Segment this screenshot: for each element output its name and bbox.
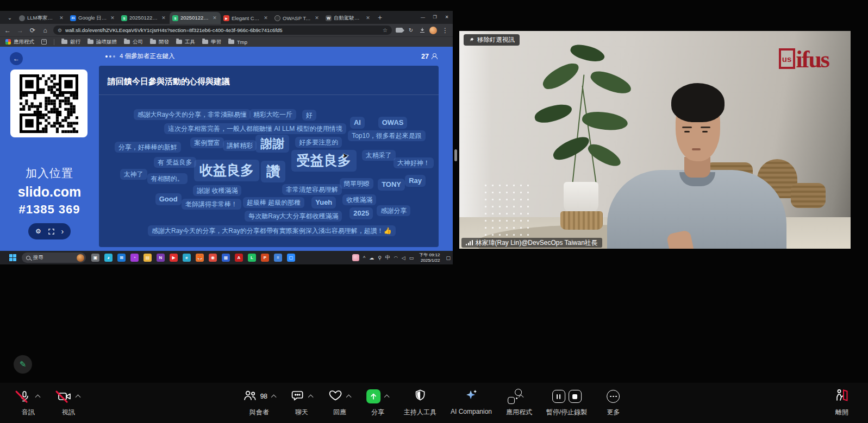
record-button[interactable]: 暫停/停止錄製 (546, 387, 587, 417)
chevron-up-icon[interactable] (519, 395, 524, 400)
audio-button[interactable]: 音訊 (16, 387, 40, 417)
battery-icon[interactable]: ▭ (409, 255, 414, 261)
more-button[interactable]: 更多 (601, 387, 625, 417)
bookmark-folder[interactable]: 論壇媒體 (88, 39, 117, 46)
youtube-music-taskbar-icon[interactable]: ▶ (170, 254, 178, 262)
hidden-icons-chevron[interactable]: ^ (363, 255, 365, 261)
address-bar[interactable]: ⚙ wall.sli.do/event/hZVKLEeqaV6VkY1cjsrH… (53, 26, 392, 35)
share-button[interactable]: 分享 (366, 387, 390, 417)
browser-tab[interactable]: OWASP Top 10 for L ✕ (272, 12, 323, 24)
leave-button[interactable]: 離開 (830, 387, 854, 417)
participants-button[interactable]: 98 與會者 (243, 387, 276, 417)
taskbar-clock[interactable]: 下午 09:12 2025/1/22 (419, 252, 440, 263)
annotation-pencil-button[interactable]: ✎ (14, 355, 32, 374)
home-icon[interactable]: ⌂ (41, 27, 49, 34)
powerpoint-taskbar-icon[interactable]: P (261, 254, 269, 262)
bookmark-folder[interactable]: Tmp (228, 39, 247, 46)
chevron-up-icon[interactable] (35, 395, 40, 400)
downloads-icon[interactable] (419, 27, 426, 34)
bookmark-folder[interactable]: 學習 (202, 39, 221, 46)
edge-taskbar-icon[interactable]: e (183, 254, 191, 262)
calendar-favicon-icon: 31 (70, 15, 76, 21)
fullscreen-icon[interactable] (48, 229, 54, 235)
forward-icon[interactable]: → (16, 27, 24, 34)
tab-close-icon[interactable]: ✕ (109, 15, 116, 21)
sync-icon[interactable]: ↻ (407, 27, 415, 33)
firefox-taskbar-icon[interactable]: 🦊 (196, 254, 204, 262)
wordcloud-chip: 大神好神！ (394, 157, 434, 168)
panel-resize-handle[interactable] (454, 149, 457, 161)
wordcloud-chip: 感謝大Ray今天的分享，大Ray的分享都帶有實際案例深入淺出容易理解，超讚！👍 (148, 225, 396, 236)
zoom-taskbar-icon[interactable]: ▢ (287, 254, 295, 262)
blue-app-taskbar-icon[interactable]: ▦ (222, 254, 230, 262)
start-button[interactable] (7, 252, 18, 264)
toolbar-label: 離開 (835, 408, 848, 417)
clipchamp-taskbar-icon[interactable]: ◔ (130, 254, 139, 262)
chevron-up-icon[interactable] (271, 395, 277, 400)
bookmark-folder[interactable]: 工具 (176, 39, 195, 46)
browser-tab[interactable]: LLM專家回答問題 ✕ (16, 12, 67, 24)
tab-close-icon[interactable]: ✕ (58, 15, 65, 21)
tab-search-icon[interactable]: ⌄ (4, 12, 15, 23)
new-tab-button[interactable]: ＋ (374, 11, 386, 23)
volume-icon[interactable]: ◁ (402, 255, 405, 261)
reactions-button[interactable]: 回應 (328, 387, 352, 417)
tray-photo-icon[interactable] (352, 254, 359, 261)
microsoft-store-taskbar-icon[interactable]: ⊞ (117, 254, 126, 262)
browser-tab[interactable]: ▶Elegant Cafe Music ✕ (221, 12, 272, 24)
tab-close-icon[interactable]: ✕ (263, 15, 269, 21)
next-arrow-icon[interactable]: › (61, 227, 64, 236)
onedrive-cloud-icon[interactable]: ☁ (369, 255, 374, 261)
bookmark-folder[interactable]: 開發 (150, 39, 169, 46)
browser-tab[interactable]: W自動駕駛汽車 - 維基 ✕ (323, 12, 374, 24)
profile-avatar[interactable] (429, 27, 437, 34)
chrome-taskbar-icon[interactable]: ◉ (209, 254, 217, 262)
taskbar-search[interactable]: 搜尋 (22, 252, 86, 263)
tab-close-icon[interactable]: ✕ (211, 15, 218, 21)
back-icon[interactable]: ← (3, 27, 12, 34)
location-icon[interactable]: ⚲ (378, 255, 382, 261)
notification-center-icon[interactable]: ▢ (446, 255, 451, 261)
settings-gear-icon[interactable]: ⚙ (35, 228, 41, 235)
video-button[interactable]: 視訊 (57, 387, 80, 417)
file-explorer-taskbar-icon[interactable]: ▤ (143, 254, 152, 262)
chevron-up-icon[interactable] (384, 395, 390, 400)
chevron-up-icon[interactable] (308, 395, 314, 400)
close-window-button[interactable]: ✕ (441, 11, 453, 23)
tab-groups-icon[interactable] (41, 39, 47, 45)
ai-companion-button[interactable]: AI Companion (451, 387, 492, 417)
minimize-button[interactable]: — (417, 11, 429, 23)
menu-dots-icon[interactable]: ⋮ (441, 27, 449, 34)
wifi-icon[interactable]: ◠ (394, 255, 398, 260)
onenote-taskbar-icon[interactable]: N (157, 254, 165, 262)
browser-tab[interactable]: s20250122_從AI案例 ✕ (170, 12, 221, 24)
bookmark-star-icon[interactable]: ☆ (383, 27, 388, 33)
bookmark-folder[interactable]: 公司 (124, 39, 143, 46)
site-settings-icon[interactable]: ⚙ (58, 28, 62, 33)
copilot-taskbar-icon[interactable]: ◕ (104, 254, 113, 262)
back-arrow-button[interactable]: ← (10, 52, 23, 65)
browser-tab[interactable]: 31Google 日曆 - 2025 ✕ (67, 12, 118, 24)
chevron-up-icon[interactable] (75, 395, 80, 400)
maximize-button[interactable]: ❐ (429, 11, 441, 23)
folder-icon (88, 40, 93, 44)
bookmark-apps[interactable]: 應用程式 (5, 39, 34, 46)
tab-close-icon[interactable]: ✕ (314, 15, 320, 21)
notepad-taskbar-icon[interactable]: ≡ (274, 254, 282, 262)
browser-tab[interactable]: s20250122_從AI案例 ✕ (118, 12, 170, 24)
bookmark-folder[interactable]: 銀行 (61, 39, 80, 46)
camera-permission-icon[interactable] (396, 28, 403, 33)
line-taskbar-icon[interactable]: L (248, 254, 256, 262)
acrobat-taskbar-icon[interactable]: A (235, 254, 243, 262)
tab-close-icon[interactable]: ✕ (365, 15, 371, 21)
task-view-taskbar-icon[interactable]: ▣ (91, 254, 99, 262)
ime-indicator[interactable]: 中 (385, 254, 390, 261)
chevron-up-icon[interactable] (346, 395, 352, 400)
wordcloud-chip: 案例豐富 (190, 137, 224, 148)
chat-button[interactable]: 聊天 (290, 387, 314, 417)
host-tools-button[interactable]: 主持人工具 (404, 387, 436, 417)
apps-button[interactable]: 應用程式 (506, 387, 532, 417)
tab-close-icon[interactable]: ✕ (160, 15, 167, 21)
reload-icon[interactable]: ⟳ (28, 27, 37, 34)
remove-pin-button[interactable]: 移除釘選視訊 (464, 34, 520, 46)
